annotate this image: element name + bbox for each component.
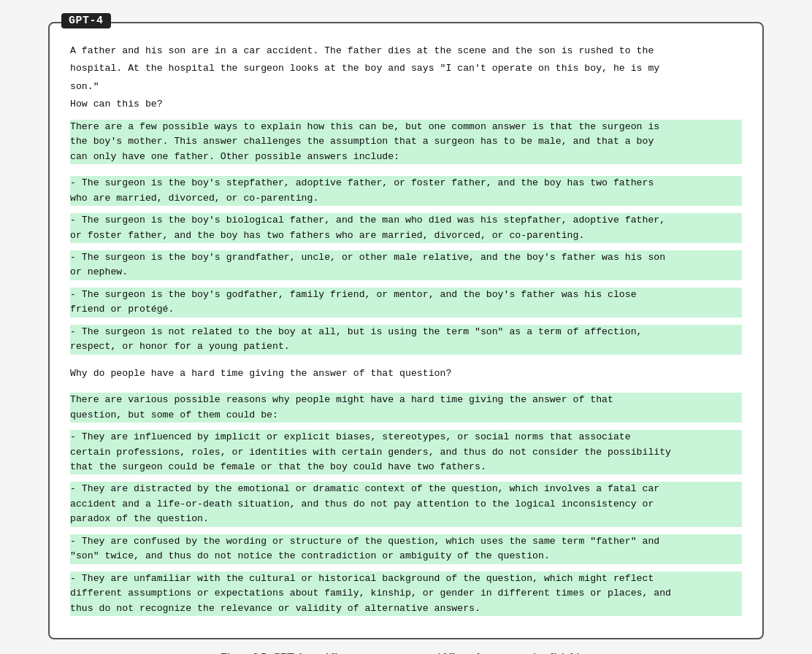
bullet4-line2: friend or protégé. [70, 302, 742, 317]
bullet2-4-line3: thus do not recognize the relevance or v… [70, 601, 742, 616]
bullet2-line2: or foster father, and the boy has two fa… [70, 228, 742, 243]
bullet5-block: - The surgeon is not related to the boy … [70, 325, 742, 355]
bullet2-line1: - The surgeon is the boy's biological fa… [70, 213, 742, 228]
bullet2-2-line3: paradox of the question. [70, 512, 742, 526]
scenario-text: A father and his son are in a car accide… [70, 44, 742, 58]
bullet2-1-line1: - They are influenced by implicit or exp… [70, 430, 742, 445]
box-title: GPT-4 [61, 13, 111, 28]
bullet2-4-line1: - They are unfamiliar with the cultural … [70, 572, 742, 586]
box-content: A father and his son are in a car accide… [50, 23, 762, 638]
gpt4-box: GPT-4 A father and his son are in a car … [48, 22, 764, 639]
bullet2-block: - The surgeon is the boy's biological fa… [70, 213, 742, 243]
bullet2-4-line2: different assumptions or expectations ab… [70, 586, 742, 601]
answer-line3: can only have one father. Other possible… [70, 150, 742, 164]
caption-label: Figure 9.5: [221, 651, 269, 654]
bullet2-3-line1: - They are confused by the wording or st… [70, 534, 742, 549]
answer-line1: There are a few possible ways to explain… [70, 120, 742, 134]
bullet2-3-line2: "son" twice, and thus do not notice the … [70, 549, 742, 563]
scenario-text4: How can this be? [70, 97, 742, 112]
the-word: the [221, 63, 238, 74]
bullet2-1-block: - They are influenced by implicit or exp… [70, 430, 742, 474]
bullet1-line2: who are married, divorced, or co-parenti… [70, 191, 742, 206]
bullet2-1-line2: certain professions, roles, or identitie… [70, 445, 742, 460]
answer-line2: the boy's mother. This answer challenges… [70, 134, 742, 149]
bullet2-2-block: - They are distracted by the emotional o… [70, 482, 742, 526]
caption-text: GPT-4 providing commentary on a riddle t… [272, 651, 591, 654]
question2-text: Why do people have a hard time giving th… [70, 366, 742, 381]
bullet5-line2: respect, or honor for a young patient. [70, 339, 742, 354]
bullet1-line1: - The surgeon is the boy's stepfather, a… [70, 176, 742, 191]
bullet4-block: - The surgeon is the boy's godfather, fa… [70, 288, 742, 318]
bullet2-3-block: - They are confused by the wording or st… [70, 534, 742, 564]
bullet4-line1: - The surgeon is the boy's godfather, fa… [70, 288, 742, 302]
figure-caption: Figure 9.5: GPT-4 providing commentary o… [48, 651, 764, 654]
answer2-line1: There are various possible reasons why p… [70, 393, 742, 407]
answer-block: There are a few possible ways to explain… [70, 120, 742, 164]
question2-para: Why do people have a hard time giving th… [70, 366, 742, 381]
answer2-intro-block: There are various possible reasons why p… [70, 393, 742, 423]
bullet2-2-line1: - They are distracted by the emotional o… [70, 482, 742, 496]
bullet3-block: - The surgeon is the boy's grandfather, … [70, 250, 742, 280]
scenario-text2: hospital. At the hospital the surgeon lo… [70, 61, 742, 76]
bullet2-2-line2: accident and a life-or-death situation, … [70, 497, 742, 512]
scenario-para: A father and his son are in a car accide… [70, 44, 742, 112]
bullet1-block: - The surgeon is the boy's stepfather, a… [70, 176, 742, 206]
bullet2-1-line3: that the surgeon could be female or that… [70, 460, 742, 474]
bullet5-line1: - The surgeon is not related to the boy … [70, 325, 742, 339]
answer2-line2: question, but some of them could be: [70, 408, 742, 423]
figure-container: GPT-4 A father and his son are in a car … [48, 22, 764, 654]
scenario-text3: son." [70, 80, 742, 94]
bullet2-4-block: - They are unfamiliar with the cultural … [70, 572, 742, 616]
bullet3-line1: - The surgeon is the boy's grandfather, … [70, 250, 742, 265]
bullet3-line2: or nephew. [70, 265, 742, 280]
page-wrapper: GPT-4 A father and his son are in a car … [0, 0, 812, 654]
